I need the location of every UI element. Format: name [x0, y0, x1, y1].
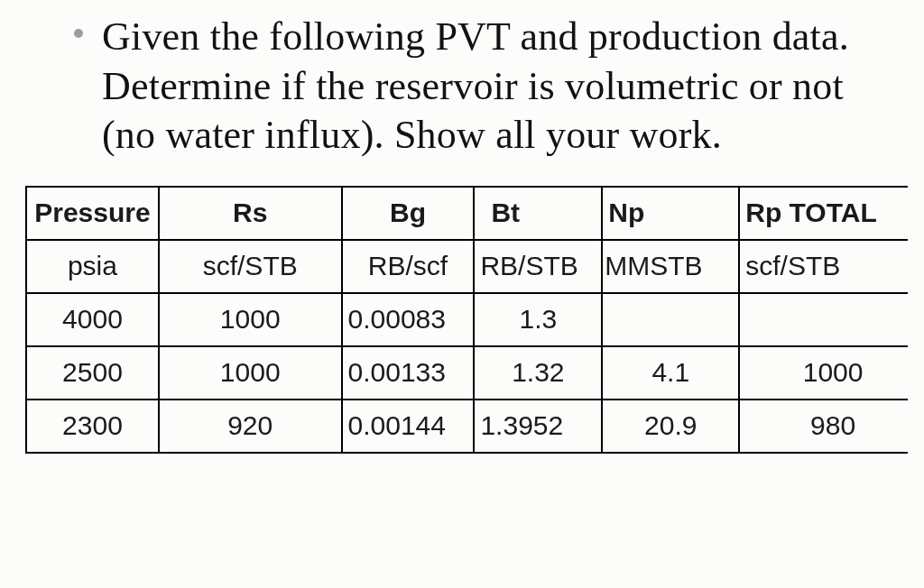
header-pressure: Pressure [26, 187, 159, 240]
unit-rs: scf/STB [159, 240, 342, 293]
cell-bg: 0.00133 [342, 346, 475, 400]
pvt-data-table: Pressure Rs Bg Bt Np Rp TOTAL psia scf/S… [25, 186, 908, 454]
cell-bg: 0.00083 [342, 293, 475, 346]
unit-pressure: psia [26, 240, 159, 293]
cell-np [602, 293, 739, 346]
table-header-row: Pressure Rs Bg Bt Np Rp TOTAL [26, 187, 908, 240]
table-units-row: psia scf/STB RB/scf RB/STB MMSTB scf/STB [26, 240, 908, 293]
cell-rp: 980 [739, 400, 908, 453]
cell-rs: 920 [159, 400, 342, 453]
cell-bt: 1.3952 [474, 400, 602, 453]
table-row: 4000 1000 0.00083 1.3 [26, 293, 908, 346]
cell-rp [739, 293, 908, 346]
unit-rp: scf/STB [739, 240, 908, 293]
cell-rs: 1000 [159, 346, 342, 400]
table-row: 2300 920 0.00144 1.3952 20.9 980 [26, 400, 908, 453]
cell-bt: 1.3 [474, 293, 602, 346]
cell-pressure: 2500 [26, 346, 159, 400]
document-page: Given the following PVT and production d… [0, 0, 924, 588]
unit-bg: RB/scf [342, 240, 475, 293]
cell-rp: 1000 [739, 346, 908, 400]
cell-bt: 1.32 [474, 346, 602, 400]
cell-bg: 0.00144 [342, 400, 475, 453]
cell-np: 4.1 [602, 346, 739, 400]
unit-np: MMSTB [602, 240, 739, 293]
data-table-wrap: Pressure Rs Bg Bt Np Rp TOTAL psia scf/S… [16, 186, 908, 521]
header-rp: Rp TOTAL [739, 187, 908, 240]
cell-np: 20.9 [602, 400, 739, 453]
header-bg: Bg [342, 187, 475, 240]
cell-pressure: 4000 [26, 293, 159, 346]
prompt-text: Given the following PVT and production d… [102, 13, 899, 161]
cell-pressure: 2300 [26, 400, 159, 453]
unit-bt: RB/STB [474, 240, 602, 293]
bullet-icon [74, 29, 83, 38]
header-np: Np [602, 187, 739, 240]
header-rs: Rs [159, 187, 342, 240]
header-bt: Bt [474, 187, 602, 240]
cell-rs: 1000 [159, 293, 342, 346]
table-row: 2500 1000 0.00133 1.32 4.1 1000 [26, 346, 908, 400]
prompt-block: Given the following PVT and production d… [16, 13, 908, 161]
